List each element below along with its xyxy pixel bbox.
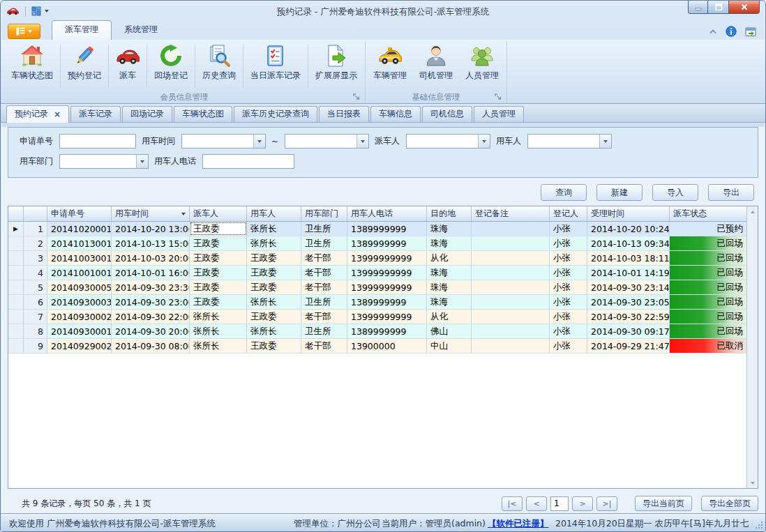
table-row[interactable]: 4201410010012014-10-01 16:00王政委王政委老干部139… bbox=[8, 266, 746, 280]
cell-accept-time[interactable]: 2014-10-03 18:11 bbox=[587, 251, 670, 265]
cell-accept-time[interactable]: 2014-09-29 21:47 bbox=[587, 339, 670, 353]
cell-use-time[interactable]: 2014-09-30 20:00 bbox=[112, 324, 190, 338]
filter-combo-dispatcher[interactable] bbox=[406, 134, 490, 149]
cell-destination[interactable]: 珠海 bbox=[427, 222, 472, 236]
new-button[interactable]: 新建 bbox=[596, 184, 643, 201]
cell-dispatch-status[interactable]: 已回场 bbox=[670, 295, 746, 309]
table-row[interactable]: 7201409300022014-09-30 22:00张所长王政委老干部139… bbox=[8, 310, 746, 324]
dialog-launcher-icon[interactable] bbox=[495, 93, 502, 100]
ribbon-button-2-1[interactable]: 车辆管理 bbox=[367, 41, 413, 91]
cell-destination[interactable]: 珠海 bbox=[427, 236, 472, 250]
cell-order-no[interactable]: 20140930001 bbox=[47, 324, 112, 338]
scroll-down-button[interactable] bbox=[747, 478, 758, 488]
cell-registrar[interactable]: 小张 bbox=[550, 236, 587, 250]
cell-department[interactable]: 卫生所 bbox=[301, 295, 347, 309]
column-header-register-remark[interactable]: 登记备注 bbox=[472, 206, 550, 221]
cell-register-remark[interactable] bbox=[472, 280, 550, 294]
ribbon-button-1-2[interactable]: 预约登记 bbox=[61, 41, 107, 91]
combo-dropdown-button[interactable] bbox=[356, 135, 368, 148]
cell-dispatch-status[interactable]: 已预约 bbox=[670, 222, 746, 236]
info-icon[interactable] bbox=[726, 26, 737, 37]
filter-combo-use-time-from[interactable] bbox=[181, 134, 266, 149]
doc-tab-8[interactable]: 司机信息 bbox=[422, 106, 472, 122]
cell-department[interactable]: 老干部 bbox=[301, 280, 347, 294]
cell-use-time[interactable]: 2014-10-03 20:00 bbox=[112, 251, 190, 265]
cell-registrar[interactable]: 小张 bbox=[550, 295, 587, 309]
doc-tab-6[interactable]: 当日报表 bbox=[319, 106, 369, 122]
export-current-page-button[interactable]: 导出当前页 bbox=[635, 496, 692, 511]
cell-dispatch-status[interactable]: 已回场 bbox=[670, 266, 746, 280]
cell-destination[interactable]: 从化 bbox=[427, 310, 472, 324]
dialog-launcher-icon[interactable] bbox=[353, 93, 360, 100]
doc-tab-4[interactable]: 车辆状态图 bbox=[174, 106, 232, 122]
cell-order-no[interactable]: 20140930002 bbox=[47, 310, 112, 324]
combo-dropdown-button[interactable] bbox=[253, 135, 265, 148]
cell-user-phone[interactable]: 1389999999 bbox=[347, 236, 427, 250]
cell-register-remark[interactable] bbox=[472, 251, 550, 265]
cell-dispatch-status[interactable]: 已回场 bbox=[670, 324, 746, 338]
column-header-user-phone[interactable]: 用车人电话 bbox=[347, 206, 427, 221]
cell-dispatch-status[interactable]: 已回场 bbox=[670, 280, 746, 294]
cell-use-time[interactable]: 2014-09-30 08:00 bbox=[112, 339, 190, 353]
filter-combo-department[interactable] bbox=[59, 154, 149, 169]
column-header-department[interactable]: 用车部门 bbox=[301, 206, 347, 221]
cell-accept-time[interactable]: 2014-09-30 23:05 bbox=[587, 295, 670, 309]
cell-dispatcher[interactable]: 王政委 bbox=[190, 222, 247, 236]
cell-user-phone[interactable]: 13999999999 bbox=[347, 280, 427, 294]
cell-user-phone[interactable]: 13900000 bbox=[347, 339, 427, 353]
cell-user-phone[interactable]: 1389999999 bbox=[347, 222, 427, 236]
cell-car-user[interactable]: 王政委 bbox=[247, 266, 301, 280]
cell-destination[interactable]: 从化 bbox=[427, 251, 472, 265]
combo-dropdown-button[interactable] bbox=[478, 135, 490, 148]
doc-tab-1[interactable]: 预约记录× bbox=[6, 105, 69, 123]
license-registered-link[interactable]: 【软件已注册】 bbox=[488, 518, 549, 530]
cell-car-user[interactable]: 张所长 bbox=[247, 295, 301, 309]
cell-dispatcher[interactable]: 王政委 bbox=[190, 280, 247, 294]
cell-department[interactable]: 老干部 bbox=[301, 251, 347, 265]
column-header-dispatch-status[interactable]: 派车状态 bbox=[670, 206, 746, 221]
column-header-car-user[interactable]: 用车人 bbox=[247, 206, 301, 221]
minimize-button[interactable] bbox=[688, 1, 708, 14]
filter-combo-car-user[interactable] bbox=[527, 134, 612, 149]
doc-tab-9[interactable]: 人员管理 bbox=[474, 106, 524, 122]
cell-order-no[interactable]: 20141013001 bbox=[47, 236, 112, 250]
table-row[interactable]: 2201410130012014-10-13 15:00王政委张所长卫生所138… bbox=[8, 236, 746, 251]
export-all-pages-button[interactable]: 导出全部页 bbox=[701, 496, 758, 511]
filter-input-order-no[interactable] bbox=[59, 134, 136, 149]
cell-car-user[interactable]: 王政委 bbox=[247, 280, 301, 294]
layout-grid-icon[interactable] bbox=[31, 6, 41, 16]
cell-dispatcher[interactable]: 王政委 bbox=[190, 236, 247, 250]
ribbon-button-1-6[interactable]: 当日派车记录 bbox=[244, 41, 307, 91]
collapse-ribbon-icon[interactable] bbox=[709, 29, 717, 34]
column-header-use-time[interactable]: 用车时间 bbox=[112, 206, 190, 221]
cell-accept-time[interactable]: 2014-09-30 09:17 bbox=[587, 324, 670, 338]
table-row[interactable]: 9201409290022014-09-30 08:00张所长王政委老干部139… bbox=[8, 339, 746, 354]
cell-use-time[interactable]: 2014-09-30 22:00 bbox=[112, 310, 190, 324]
table-row[interactable]: 3201410030012014-10-03 20:00王政委王政委老干部139… bbox=[8, 251, 746, 266]
cell-car-user[interactable]: 王政委 bbox=[247, 310, 301, 324]
import-button[interactable]: 导入 bbox=[652, 184, 698, 201]
ribbon-button-1-4[interactable]: 回场登记 bbox=[148, 41, 194, 91]
table-row[interactable]: ▶1201410200012014-10-20 13:00王政委张所长卫生所13… bbox=[8, 222, 746, 236]
export-button[interactable]: 导出 bbox=[708, 184, 754, 201]
ribbon-button-1-1[interactable]: 车辆状态图 bbox=[5, 41, 59, 91]
cell-dispatcher[interactable]: 张所长 bbox=[190, 324, 247, 338]
page-number-input[interactable] bbox=[550, 496, 569, 511]
column-header-destination[interactable]: 目的地 bbox=[427, 206, 472, 221]
cell-department[interactable]: 老干部 bbox=[301, 266, 347, 280]
cell-registrar[interactable]: 小张 bbox=[550, 280, 587, 294]
app-menu-button[interactable] bbox=[8, 24, 40, 39]
cell-use-time[interactable]: 2014-09-30 23:00 bbox=[112, 295, 190, 309]
cell-department[interactable]: 老干部 bbox=[301, 310, 347, 324]
cell-user-phone[interactable]: 1389999999 bbox=[347, 295, 427, 309]
cell-order-no[interactable]: 20141020001 bbox=[47, 222, 112, 236]
ribbon-button-1-5[interactable]: 历史查询 bbox=[196, 41, 242, 91]
ribbon-button-2-3[interactable]: 人员管理 bbox=[459, 41, 505, 91]
table-row[interactable]: 8201409300012014-09-30 20:00张所长张所长卫生所138… bbox=[8, 324, 746, 339]
cell-user-phone[interactable]: 13999999999 bbox=[347, 266, 427, 280]
ribbon-button-1-7[interactable]: 扩展屏显示 bbox=[309, 41, 363, 91]
cell-car-user[interactable]: 张所长 bbox=[247, 222, 301, 236]
cell-use-time[interactable]: 2014-10-20 13:00 bbox=[112, 222, 190, 236]
previous-page-button[interactable]: < bbox=[526, 496, 547, 511]
cell-dispatcher[interactable]: 王政委 bbox=[190, 295, 247, 309]
